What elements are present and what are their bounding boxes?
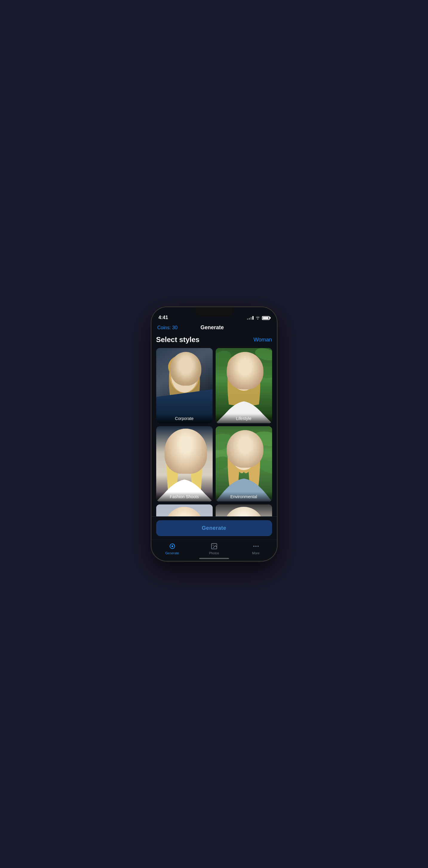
header: Coins: 30 Generate bbox=[151, 322, 277, 334]
home-indicator bbox=[199, 558, 229, 559]
generate-button-area: Generate bbox=[151, 516, 277, 540]
nav-label-more: More bbox=[252, 551, 260, 555]
svg-point-12 bbox=[228, 361, 260, 385]
style-label-lifestyle: Lifestyle bbox=[216, 414, 272, 423]
svg-point-31 bbox=[231, 439, 256, 470]
svg-point-18 bbox=[238, 373, 240, 375]
style-image-portrait2 bbox=[216, 504, 272, 516]
generate-button[interactable]: Generate bbox=[156, 520, 272, 536]
svg-point-3 bbox=[171, 360, 197, 393]
svg-point-24 bbox=[178, 451, 180, 454]
photos-nav-icon bbox=[210, 542, 218, 550]
content-area: Select styles Woman bbox=[151, 334, 277, 516]
svg-point-49 bbox=[171, 545, 173, 547]
svg-point-52 bbox=[253, 546, 254, 547]
svg-point-15 bbox=[231, 361, 256, 391]
svg-point-13 bbox=[230, 359, 257, 391]
nav-item-photos[interactable]: Photos bbox=[193, 542, 235, 555]
style-label-corporate: Corporate bbox=[156, 414, 213, 423]
coins-label: Coins: 30 bbox=[158, 325, 178, 331]
svg-point-2 bbox=[168, 354, 200, 379]
style-image-lifestyle bbox=[216, 348, 272, 423]
battery-icon bbox=[262, 316, 270, 320]
svg-point-53 bbox=[255, 546, 257, 547]
svg-point-17 bbox=[247, 373, 251, 375]
nav-item-generate[interactable]: Generate bbox=[151, 542, 193, 555]
notch bbox=[195, 307, 234, 316]
style-image-fashion bbox=[156, 426, 213, 501]
style-label-fashion: Fashion Shoots bbox=[156, 492, 213, 501]
svg-point-35 bbox=[248, 452, 250, 454]
svg-point-16 bbox=[237, 373, 241, 375]
svg-point-54 bbox=[257, 546, 259, 547]
style-image-environmental bbox=[216, 426, 272, 501]
status-bar: 4:41 bbox=[151, 307, 277, 322]
header-title: Generate bbox=[200, 324, 224, 331]
signal-icon bbox=[247, 316, 254, 320]
nav-label-generate: Generate bbox=[166, 551, 179, 555]
more-nav-icon bbox=[252, 542, 260, 550]
style-card-portrait2[interactable] bbox=[216, 504, 272, 516]
svg-point-22 bbox=[177, 451, 181, 454]
gender-tag[interactable]: Woman bbox=[254, 337, 272, 343]
svg-point-14 bbox=[227, 353, 260, 377]
svg-point-4 bbox=[177, 373, 181, 376]
section-title: Select styles bbox=[156, 336, 200, 344]
style-label-environmental: Environmental bbox=[216, 492, 272, 501]
svg-point-23 bbox=[188, 451, 192, 454]
styles-grid: Corporate bbox=[156, 348, 272, 516]
svg-point-6 bbox=[179, 374, 180, 375]
style-image-portrait1 bbox=[156, 504, 213, 516]
svg-point-32 bbox=[237, 451, 241, 454]
nav-label-photos: Photos bbox=[209, 551, 219, 555]
style-image-corporate bbox=[156, 348, 213, 423]
style-card-environmental[interactable]: Environmental bbox=[216, 426, 272, 501]
svg-rect-42 bbox=[216, 504, 272, 516]
status-icons bbox=[247, 315, 270, 320]
generate-nav-icon bbox=[168, 542, 176, 550]
style-card-corporate[interactable]: Corporate bbox=[156, 348, 213, 423]
svg-point-21 bbox=[171, 438, 197, 471]
style-card-fashion[interactable]: Fashion Shoots bbox=[156, 426, 213, 501]
phone-frame: 4:41 Coins: 30 Genera bbox=[151, 307, 277, 561]
svg-point-25 bbox=[189, 451, 191, 454]
svg-point-34 bbox=[238, 452, 240, 454]
svg-rect-36 bbox=[156, 504, 213, 516]
phone-screen: 4:41 Coins: 30 Genera bbox=[151, 307, 277, 561]
svg-point-51 bbox=[213, 545, 213, 546]
nav-item-more[interactable]: More bbox=[235, 542, 277, 555]
wifi-icon bbox=[255, 315, 260, 320]
style-card-portrait1[interactable] bbox=[156, 504, 213, 516]
section-header: Select styles Woman bbox=[156, 334, 272, 344]
style-card-lifestyle[interactable]: Lifestyle bbox=[216, 348, 272, 423]
svg-point-19 bbox=[248, 373, 250, 375]
status-time: 4:41 bbox=[159, 315, 168, 320]
svg-point-7 bbox=[189, 374, 191, 375]
svg-point-33 bbox=[247, 451, 251, 454]
svg-point-5 bbox=[188, 373, 192, 376]
